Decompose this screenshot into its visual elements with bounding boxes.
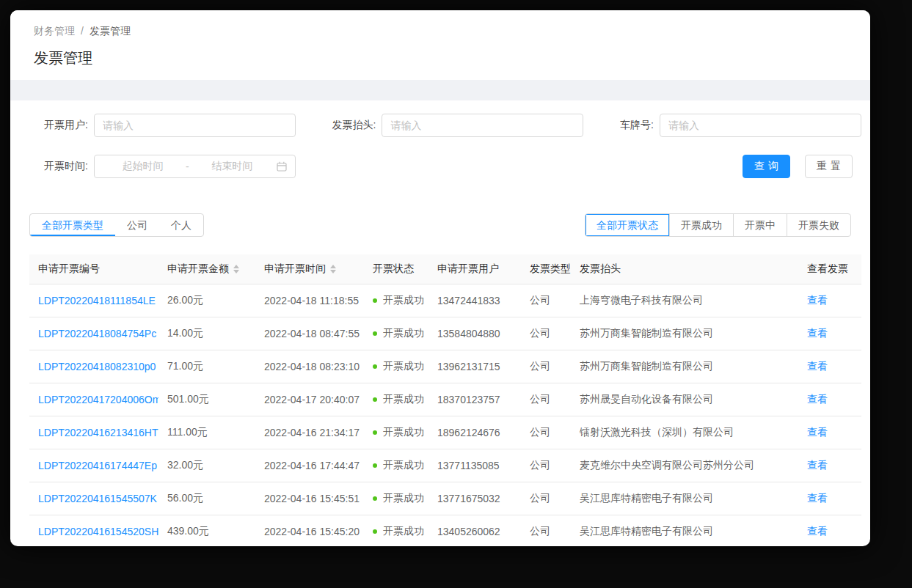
status-text: 开票成功 (383, 426, 424, 438)
invoice-id-link[interactable]: LDPT20220418082310p0 (38, 361, 156, 372)
table-row: LDPT202204161545507K56.00元2022-04-16 15:… (29, 482, 861, 515)
invoice-type-tab-1[interactable]: 公司 (115, 214, 159, 236)
status-text: 开票成功 (383, 294, 424, 306)
invoice-id-link[interactable]: LDPT20220418111854LE (38, 295, 156, 306)
app-window: 财务管理/发票管理 发票管理 开票用户: 发票抬头: 车牌号: 开票时间: (10, 10, 870, 546)
search-button[interactable]: 查询 (743, 155, 790, 178)
invoice-title-cell: 麦克维尔中央空调有限公司苏州分公司 (571, 449, 798, 482)
view-invoice-link[interactable]: 查看 (807, 360, 828, 372)
invoice-id-link[interactable]: LDPT20220418084754Pc (38, 328, 156, 339)
breadcrumb-item-finance[interactable]: 财务管理 (34, 25, 75, 37)
column-header-7: 查看发票 (798, 254, 861, 284)
view-invoice-link[interactable]: 查看 (807, 426, 828, 438)
invoice-table: 申请开票编号申请开票金额申请开票时间开票状态申请开票用户发票类型发票抬头查看发票… (29, 254, 861, 546)
invoice-user-label: 开票用户: (44, 119, 88, 132)
amount-cell: 501.00元 (158, 383, 255, 416)
invoice-status-tab-3[interactable]: 开票失败 (787, 214, 850, 236)
action-cell: 查看 (798, 482, 861, 515)
invoice-id-cell: LDPT20220418111854LE (29, 284, 158, 317)
status-cell: 开票成功 (364, 383, 428, 416)
user-cell: 18962124676 (428, 416, 521, 449)
view-invoice-link[interactable]: 查看 (807, 525, 828, 537)
page-header: 财务管理/发票管理 发票管理 (10, 10, 870, 80)
action-cell: 查看 (798, 350, 861, 383)
breadcrumb-separator: / (81, 25, 84, 37)
table-row: LDPT20220416154520SH439.00元2022-04-16 15… (29, 515, 861, 547)
filter-actions: 查询 重置 (743, 155, 861, 178)
invoice-type-tab-0[interactable]: 全部开票类型 (30, 214, 115, 236)
status-cell: 开票成功 (364, 284, 428, 317)
column-header-4: 申请开票用户 (428, 254, 521, 284)
range-separator: - (183, 161, 192, 172)
type-cell: 公司 (521, 284, 571, 317)
view-invoice-link[interactable]: 查看 (807, 294, 828, 306)
time-cell: 2022-04-18 11:18:55 (255, 284, 364, 317)
invoice-title-cell: 苏州晟旻自动化设备有限公司 (571, 383, 798, 416)
amount-cell: 26.00元 (158, 284, 255, 317)
plate-number-input[interactable] (660, 114, 861, 137)
invoice-type-tab-2[interactable]: 个人 (159, 214, 203, 236)
status-text: 开票成功 (383, 459, 424, 471)
invoice-time-range-picker[interactable]: 起始时间 - 结束时间 (94, 155, 296, 178)
status-dot-icon (373, 430, 377, 435)
filter-plate-number: 车牌号: (620, 114, 861, 137)
invoice-user-input[interactable] (94, 114, 296, 137)
invoice-id-cell: LDPT20220418084754Pc (29, 317, 158, 350)
user-cell: 13962131715 (428, 350, 521, 383)
time-cell: 2022-04-18 08:23:10 (255, 350, 364, 383)
status-cell: 开票成功 (364, 350, 428, 383)
user-cell: 13472441833 (428, 284, 521, 317)
caret-down-icon (330, 270, 336, 273)
amount-cell: 32.00元 (158, 449, 255, 482)
view-invoice-link[interactable]: 查看 (807, 393, 828, 405)
range-end-placeholder[interactable]: 结束时间 (192, 160, 272, 173)
column-header-1[interactable]: 申请开票金额 (158, 254, 255, 284)
range-start-placeholder[interactable]: 起始时间 (103, 160, 183, 173)
column-header-0: 申请开票编号 (29, 254, 158, 284)
table-row: LDPT20220416174447Ep32.00元2022-04-16 17:… (29, 449, 861, 482)
invoice-status-tab-0[interactable]: 全部开票状态 (585, 214, 669, 236)
column-header-2[interactable]: 申请开票时间 (255, 254, 364, 284)
sorter-icon[interactable] (330, 265, 336, 273)
table-row: LDPT20220418082310p071.00元2022-04-18 08:… (29, 350, 861, 383)
invoice-id-cell: LDPT20220416213416HT (29, 416, 158, 449)
status-cell: 开票成功 (364, 416, 428, 449)
amount-cell: 56.00元 (158, 482, 255, 515)
view-invoice-link[interactable]: 查看 (807, 492, 828, 504)
invoice-status-tab-2[interactable]: 开票中 (733, 214, 787, 236)
invoice-status-tab-group: 全部开票状态开票成功开票中开票失败 (585, 213, 851, 237)
invoice-id-link[interactable]: LDPT202204161545507K (38, 493, 157, 504)
status-cell: 开票成功 (364, 449, 428, 482)
invoice-title-cell: 苏州万商集智能制造有限公司 (571, 317, 798, 350)
status-text: 开票成功 (383, 492, 424, 504)
time-cell: 2022-04-16 15:45:20 (255, 515, 364, 547)
user-cell: 18370123757 (428, 383, 521, 416)
invoice-title-cell: 苏州万商集智能制造有限公司 (571, 350, 798, 383)
time-cell: 2022-04-18 08:47:55 (255, 317, 364, 350)
invoice-id-cell: LDPT202204161545507K (29, 482, 158, 515)
action-cell: 查看 (798, 284, 861, 317)
column-header-5: 发票类型 (521, 254, 571, 284)
invoice-id-cell: LDPT20220416154520SH (29, 515, 158, 547)
column-header-label: 发票抬头 (580, 262, 621, 274)
column-header-6: 发票抬头 (571, 254, 798, 284)
table-row: LDPT20220418111854LE26.00元2022-04-18 11:… (29, 284, 861, 317)
invoice-id-link[interactable]: LDPT20220416213416HT (38, 427, 158, 438)
view-invoice-link[interactable]: 查看 (807, 459, 828, 471)
invoice-status-tab-1[interactable]: 开票成功 (669, 214, 733, 236)
sorter-icon[interactable] (233, 265, 239, 273)
invoice-title-input[interactable] (382, 114, 583, 137)
column-header-label: 查看发票 (807, 262, 848, 274)
column-header-3: 开票状态 (364, 254, 428, 284)
view-invoice-link[interactable]: 查看 (807, 327, 828, 339)
column-header-label: 申请开票编号 (38, 262, 100, 274)
status-dot-icon (373, 298, 377, 303)
invoice-id-link[interactable]: LDPT20220416174447Ep (38, 460, 157, 471)
filter-invoice-title: 发票抬头: (332, 114, 584, 137)
column-header-label: 发票类型 (530, 262, 571, 274)
invoice-id-link[interactable]: LDPT20220416154520SH (38, 526, 158, 537)
invoice-id-cell: LDPT20220416174447Ep (29, 449, 158, 482)
invoice-id-link[interactable]: LDPT20220417204006Om (38, 394, 158, 405)
reset-button[interactable]: 重置 (805, 155, 853, 178)
invoice-id-cell: LDPT20220418082310p0 (29, 350, 158, 383)
